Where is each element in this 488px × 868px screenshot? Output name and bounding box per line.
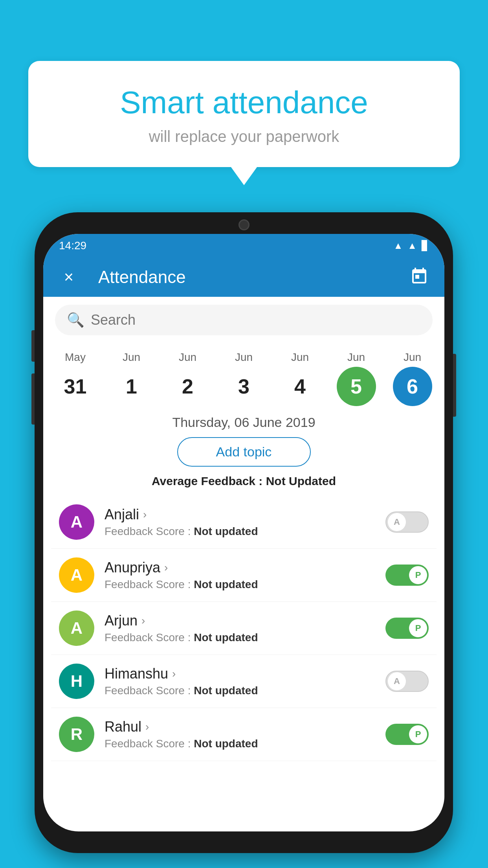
student-info: Himanshu ›Feedback Score : Not updated — [105, 666, 375, 697]
phone-notch — [205, 212, 283, 234]
calendar-date[interactable]: 1 — [112, 367, 151, 406]
calendar-date[interactable]: 2 — [168, 367, 207, 406]
student-info: Anupriya ›Feedback Score : Not updated — [105, 559, 375, 591]
student-avatar: H — [59, 664, 94, 699]
chevron-right-icon: › — [141, 614, 145, 627]
student-score: Feedback Score : Not updated — [105, 631, 375, 644]
chevron-right-icon: › — [172, 668, 176, 680]
student-avatar: A — [59, 557, 94, 593]
attendance-toggle[interactable]: P — [385, 618, 429, 639]
student-name: Himanshu › — [105, 666, 375, 682]
calendar-month: Jun — [404, 351, 421, 364]
student-item[interactable]: AArjun ›Feedback Score : Not updatedP — [51, 602, 437, 655]
search-bar[interactable]: 🔍 — [55, 305, 433, 335]
calendar-day[interactable]: Jun3 — [217, 351, 270, 406]
status-icons: ▲ ▲ ▊ — [393, 240, 429, 251]
student-name: Rahul › — [105, 719, 375, 735]
attendance-toggle[interactable]: P — [385, 724, 429, 745]
toggle-knob: A — [388, 513, 406, 531]
calendar-day[interactable]: Jun4 — [273, 351, 327, 406]
status-time: 14:29 — [59, 239, 86, 252]
bubble-title: Smart attendance — [60, 85, 428, 121]
student-score: Feedback Score : Not updated — [105, 525, 375, 538]
calendar-month: May — [65, 351, 86, 364]
student-name: Anjali › — [105, 506, 375, 523]
speech-bubble-container: Smart attendance will replace your paper… — [28, 61, 460, 167]
calendar-day[interactable]: Jun2 — [161, 351, 214, 406]
calendar-month: Jun — [179, 351, 196, 364]
calendar-date[interactable]: 5 — [337, 367, 376, 406]
calendar-month: Jun — [123, 351, 140, 364]
chevron-right-icon: › — [145, 721, 149, 733]
chevron-right-icon: › — [164, 561, 168, 574]
phone-button-vol-up — [31, 330, 35, 362]
calendar-dates-row: May31Jun1Jun2Jun3Jun4Jun5Jun6 — [43, 343, 444, 406]
toggle-knob: P — [409, 619, 427, 637]
chevron-right-icon: › — [143, 508, 147, 521]
phone-camera — [238, 219, 250, 230]
calendar-day[interactable]: May31 — [49, 351, 102, 406]
average-feedback: Average Feedback : Not Updated — [43, 474, 444, 488]
calendar-day[interactable]: Jun6 — [386, 351, 439, 406]
calendar-icon[interactable] — [410, 267, 429, 287]
calendar-day[interactable]: Jun5 — [330, 351, 383, 406]
student-item[interactable]: HHimanshu ›Feedback Score : Not updatedA — [51, 655, 437, 708]
close-button[interactable]: × — [59, 268, 79, 287]
phone-button-power — [453, 354, 456, 417]
calendar-month: Jun — [291, 351, 309, 364]
calendar-date[interactable]: 4 — [281, 367, 320, 406]
toggle-knob: A — [388, 672, 406, 690]
phone-frame: 14:29 ▲ ▲ ▊ × Attendance 🔍 May31Jun1Jun2… — [35, 212, 453, 853]
attendance-toggle[interactable]: A — [385, 671, 429, 692]
student-item[interactable]: AAnupriya ›Feedback Score : Not updatedP — [51, 549, 437, 602]
student-avatar: R — [59, 717, 94, 752]
student-info: Arjun ›Feedback Score : Not updated — [105, 612, 375, 644]
status-bar: 14:29 ▲ ▲ ▊ — [43, 234, 444, 257]
header-title: Attendance — [90, 267, 398, 287]
calendar-month: Jun — [347, 351, 365, 364]
student-score: Feedback Score : Not updated — [105, 684, 375, 697]
speech-bubble: Smart attendance will replace your paper… — [28, 61, 460, 167]
toggle-knob: P — [409, 566, 427, 584]
add-topic-button[interactable]: Add topic — [177, 437, 311, 467]
student-avatar: A — [59, 504, 94, 540]
attendance-toggle[interactable]: A — [385, 511, 429, 533]
calendar-date[interactable]: 31 — [56, 367, 95, 406]
student-name: Arjun › — [105, 612, 375, 629]
student-list: AAnjali ›Feedback Score : Not updatedAAA… — [43, 496, 444, 761]
wifi-icon: ▲ — [393, 240, 403, 251]
toggle-knob: P — [409, 725, 427, 743]
student-avatar: A — [59, 611, 94, 646]
calendar-date[interactable]: 3 — [224, 367, 264, 406]
student-score: Feedback Score : Not updated — [105, 737, 375, 750]
student-name: Anupriya › — [105, 559, 375, 576]
calendar-month: Jun — [235, 351, 253, 364]
average-feedback-value: Not Updated — [266, 474, 336, 487]
average-feedback-label: Average Feedback : — [152, 474, 266, 487]
phone-screen: 14:29 ▲ ▲ ▊ × Attendance 🔍 May31Jun1Jun2… — [43, 234, 444, 831]
calendar-day[interactable]: Jun1 — [105, 351, 158, 406]
student-info: Rahul ›Feedback Score : Not updated — [105, 719, 375, 750]
student-item[interactable]: RRahul ›Feedback Score : Not updatedP — [51, 708, 437, 761]
app-header: × Attendance — [43, 257, 444, 297]
battery-icon: ▊ — [422, 240, 429, 251]
search-input[interactable] — [91, 312, 421, 328]
student-score: Feedback Score : Not updated — [105, 578, 375, 591]
student-info: Anjali ›Feedback Score : Not updated — [105, 506, 375, 538]
bubble-subtitle: will replace your paperwork — [60, 128, 428, 145]
calendar-date[interactable]: 6 — [393, 367, 432, 406]
signal-icon: ▲ — [407, 240, 417, 251]
phone-button-vol-down — [31, 373, 35, 425]
student-item[interactable]: AAnjali ›Feedback Score : Not updatedA — [51, 496, 437, 549]
attendance-toggle[interactable]: P — [385, 565, 429, 586]
selected-date-label: Thursday, 06 June 2019 — [43, 415, 444, 430]
search-icon: 🔍 — [67, 312, 84, 328]
